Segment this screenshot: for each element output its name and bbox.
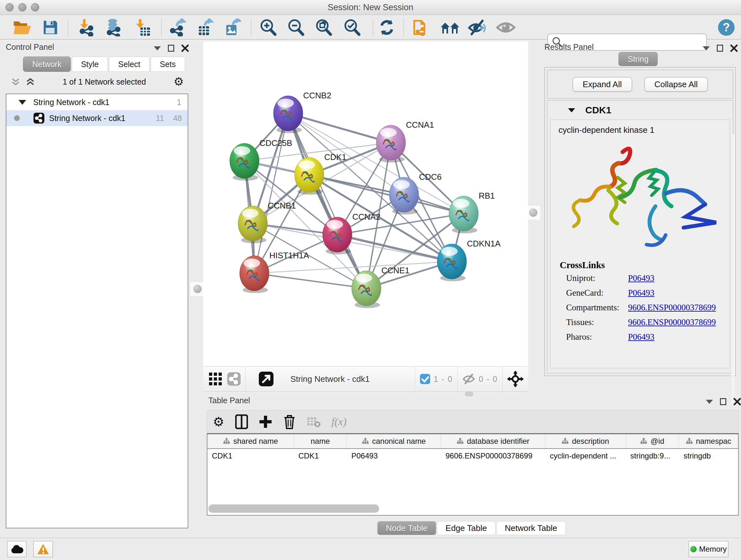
memory-button[interactable]: Memory [688, 541, 729, 557]
tab-network-table[interactable]: Network Table [496, 521, 566, 535]
hide-selected-icon[interactable] [467, 17, 488, 37]
tab-node-table[interactable]: Node Table [377, 521, 436, 535]
horizontal-splitter-handle[interactable] [465, 392, 473, 396]
column-header-name[interactable]: name [294, 434, 347, 448]
import-table-icon[interactable] [132, 17, 153, 37]
import-network-file-icon[interactable] [76, 17, 97, 37]
cell-namespac[interactable]: stringdb [679, 449, 738, 463]
tab-select[interactable]: Select [109, 57, 149, 72]
show-all-icon[interactable] [495, 17, 516, 37]
refresh-icon[interactable] [377, 17, 397, 37]
panel-float-icon[interactable] [168, 45, 174, 52]
open-session-icon[interactable] [12, 17, 32, 37]
warning-status-button[interactable] [33, 541, 53, 557]
panel-menu-icon[interactable] [706, 400, 713, 404]
tab-edge-table[interactable]: Edge Table [437, 521, 495, 535]
cell-description[interactable]: cyclin-dependent ... [545, 449, 626, 463]
zoom-out-icon[interactable] [286, 17, 306, 37]
crosslink-link[interactable]: P06493 [628, 332, 655, 342]
network-canvas[interactable]: CCNB2CCNA1CDC25BCDK1CDC6RB1CCNB1CCNA2CDK… [203, 42, 528, 366]
edge-HIST1H1A-CCNE1[interactable] [254, 273, 366, 288]
edge-CCNA2-CDKN1A[interactable] [337, 235, 452, 261]
save-session-icon[interactable] [40, 17, 61, 37]
node-CDC6[interactable]: CDC6 [389, 172, 442, 214]
tree-expand-icon[interactable] [18, 100, 26, 105]
panel-close-icon[interactable] [181, 44, 189, 52]
zoom-selected-icon[interactable] [342, 17, 362, 37]
tab-sets[interactable]: Sets [151, 57, 185, 72]
string-view-badge-icon[interactable] [227, 372, 241, 386]
selected-checkbox-icon[interactable] [420, 374, 430, 384]
tab-string[interactable]: String [618, 52, 658, 66]
panel-menu-icon[interactable] [703, 46, 710, 51]
string-home-icon[interactable] [440, 17, 460, 37]
export-network-icon[interactable] [167, 17, 188, 37]
column-header-shared-name[interactable]: shared name [207, 434, 294, 448]
show-columns-icon[interactable] [235, 415, 248, 429]
column-header-@id[interactable]: @id [626, 434, 679, 448]
collapse-all-button[interactable]: Collapse All [644, 77, 708, 91]
detach-view-icon[interactable] [259, 371, 274, 387]
hidden-eye-icon[interactable] [462, 373, 475, 385]
panel-menu-icon[interactable] [154, 46, 161, 51]
edge-CCNB2-CCNE1[interactable] [288, 113, 366, 288]
results-scrollbar[interactable] [731, 134, 735, 406]
export-table-icon[interactable] [195, 17, 215, 37]
node-CDKN1A[interactable]: CDKN1A [437, 239, 501, 281]
node-CCNB1[interactable]: CCNB1 [238, 201, 296, 243]
birdseye-grid-icon[interactable] [208, 372, 222, 386]
gene-header[interactable]: CDK1 [548, 101, 733, 119]
control-panel: Control Panel NetworkStyleSelectSets 1 o… [0, 40, 194, 531]
import-network-database-icon[interactable] [103, 17, 124, 37]
edge-CCNB2-HIST1H1A[interactable] [254, 113, 288, 273]
table-row[interactable]: CDK1CDK1P064939606.ENSP00000378699cyclin… [207, 449, 738, 463]
column-header-database-identifier[interactable]: database identifier [441, 434, 545, 448]
delete-column-icon[interactable] [283, 415, 296, 429]
table-header-row: shared namenamecanonical namedatabase id… [207, 434, 738, 449]
export-image-icon[interactable] [222, 17, 243, 37]
network-collection-row[interactable]: String Network - cdk1 1 [6, 94, 188, 110]
left-splitter-handle[interactable] [190, 281, 205, 297]
panel-close-icon[interactable] [733, 398, 741, 406]
cell-@id[interactable]: stringdb:9... [626, 449, 679, 463]
crosslink-link[interactable]: 9606.ENSP00000378699 [628, 303, 716, 313]
table-options-gear-icon[interactable]: ⚙ [213, 415, 224, 428]
cell-database-identifier[interactable]: 9606.ENSP00000378699 [441, 449, 545, 463]
cloud-status-button[interactable] [7, 541, 27, 557]
help-icon[interactable]: ? [716, 17, 737, 37]
crosslink-link[interactable]: 9606.ENSP00000378699 [628, 317, 716, 327]
table-panel-title: Table Panel [208, 396, 250, 405]
node-label-CDKN1A: CDKN1A [467, 239, 501, 248]
column-header-namespac[interactable]: namespac [679, 434, 738, 448]
column-header-description[interactable]: description [545, 434, 626, 448]
node-table[interactable]: shared namenamecanonical namedatabase id… [207, 433, 739, 516]
crosslink-link[interactable]: P06493 [628, 288, 655, 298]
cell-name[interactable]: CDK1 [294, 449, 347, 463]
table-horizontal-scrollbar[interactable] [208, 504, 379, 513]
panel-float-icon[interactable] [720, 398, 726, 405]
network-options-gear-icon[interactable]: ⚙ [174, 76, 184, 87]
memory-label: Memory [699, 545, 727, 554]
gene-collapse-icon[interactable] [568, 108, 575, 112]
pan-crosshair-icon[interactable] [507, 371, 524, 387]
cell-canonical-name[interactable]: P06493 [347, 449, 441, 463]
expand-all-icon[interactable] [25, 77, 35, 86]
node-RB1[interactable]: RB1 [449, 191, 495, 233]
collapse-all-icon[interactable] [11, 77, 20, 86]
annotation-icon[interactable] [410, 17, 431, 37]
cell-shared-name[interactable]: CDK1 [207, 449, 294, 463]
toolbar-separator [502, 367, 502, 391]
tab-network[interactable]: Network [23, 57, 71, 72]
tab-style[interactable]: Style [72, 57, 108, 72]
zoom-in-icon[interactable] [258, 17, 278, 37]
network-row[interactable]: String Network - cdk1 11 48 [6, 110, 188, 126]
edge-CCNB2-CCNA1[interactable] [288, 113, 391, 143]
panel-float-icon[interactable] [717, 45, 723, 52]
column-header-canonical-name[interactable]: canonical name [347, 434, 441, 448]
add-column-icon[interactable] [259, 415, 272, 428]
crosslink-link[interactable]: P06493 [628, 273, 655, 283]
panel-close-icon[interactable] [730, 44, 738, 52]
zoom-fit-icon[interactable] [313, 17, 334, 37]
node-CCNE1[interactable]: CCNE1 [352, 266, 409, 308]
expand-all-button[interactable]: Expand All [572, 77, 632, 91]
